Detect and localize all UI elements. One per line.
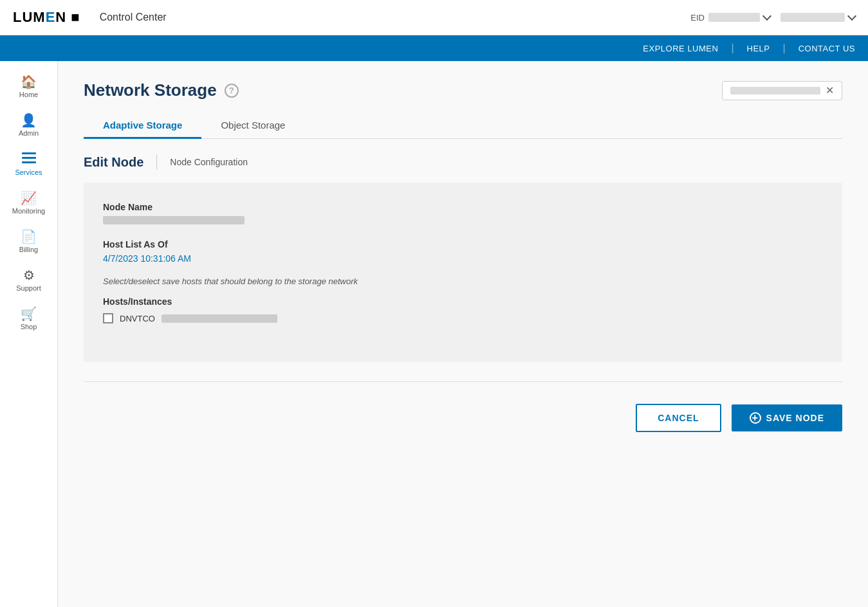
header-right: EID [690, 13, 855, 23]
app-title: Control Center [100, 12, 167, 23]
blue-nav: EXPLORE LUMEN | HELP | CONTACT US [0, 35, 868, 61]
sidebar: 🏠 Home 👤 Admin Services 📈 Monitoring 📄 B… [0, 61, 58, 607]
node-name-blurred [103, 216, 245, 224]
host-list-label: Host List As Of [103, 239, 823, 249]
sidebar-label-billing: Billing [19, 246, 38, 253]
node-name-value [103, 216, 823, 226]
sidebar-item-shop[interactable]: 🛒 Shop [0, 300, 57, 338]
nav-separator: | [731, 42, 734, 54]
account-section [780, 13, 855, 22]
monitoring-icon: 📈 [21, 192, 37, 204]
sidebar-item-services[interactable]: Services [0, 145, 57, 184]
billing-icon: 📄 [21, 230, 37, 243]
page-header: Network Storage ? ✕ [84, 80, 842, 100]
main-layout: 🏠 Home 👤 Admin Services 📈 Monitoring 📄 B… [0, 61, 868, 607]
host-list-group: Host List As Of 4/7/2023 10:31:06 AM [103, 239, 823, 264]
svg-rect-1 [22, 157, 36, 159]
eid-section: EID [690, 13, 770, 23]
admin-icon: 👤 [21, 114, 37, 127]
plus-icon: + [750, 412, 761, 424]
explore-lumen-link[interactable]: EXPLORE LUMEN [643, 44, 718, 53]
section-separator [156, 154, 157, 170]
node-name-group: Node Name [103, 202, 823, 226]
sidebar-label-support: Support [16, 284, 41, 292]
help-link[interactable]: HELP [747, 44, 770, 53]
save-node-label: SAVE NODE [766, 413, 824, 423]
sidebar-item-billing[interactable]: 📄 Billing [0, 222, 57, 261]
host-name-blurred [162, 314, 277, 323]
page-title-row: Network Storage ? [84, 80, 239, 100]
action-buttons: CANCEL + SAVE NODE [84, 397, 842, 432]
help-icon-label: ? [229, 86, 234, 95]
hosts-instances-label: Hosts/Instances [103, 296, 823, 307]
eid-label: EID [690, 13, 705, 23]
tab-object-storage[interactable]: Object Storage [201, 113, 304, 139]
logo: LUMEN ■ [13, 9, 80, 26]
node-name-label: Node Name [103, 202, 823, 212]
services-icon [22, 152, 36, 166]
sidebar-item-home[interactable]: 🏠 Home [0, 68, 57, 106]
action-divider [84, 381, 842, 382]
sidebar-label-monitoring: Monitoring [12, 207, 45, 215]
sidebar-label-services: Services [15, 168, 42, 176]
top-header: LUMEN ■ Control Center EID [0, 0, 868, 35]
eid-value [708, 13, 760, 22]
nav-separator-2: | [783, 42, 786, 54]
page-title: Network Storage [84, 80, 217, 100]
host-checkbox[interactable] [103, 313, 113, 323]
sidebar-label-admin: Admin [19, 129, 39, 137]
shop-icon: 🛒 [21, 307, 37, 320]
section-title: Edit Node [84, 155, 143, 170]
content-area: Network Storage ? ✕ Adaptive Storage Obj… [58, 61, 868, 607]
close-icon[interactable]: ✕ [826, 86, 834, 96]
sidebar-label-home: Home [19, 91, 38, 98]
cancel-button[interactable]: CANCEL [636, 404, 721, 432]
support-icon: ⚙ [23, 269, 35, 282]
sidebar-item-monitoring[interactable]: 📈 Monitoring [0, 184, 57, 222]
svg-rect-0 [22, 152, 36, 154]
help-icon[interactable]: ? [225, 84, 239, 98]
svg-rect-2 [22, 161, 36, 163]
account-value [780, 13, 845, 22]
sidebar-item-admin[interactable]: 👤 Admin [0, 106, 57, 145]
search-badge: ✕ [722, 81, 842, 100]
sidebar-label-shop: Shop [21, 323, 37, 331]
eid-chevron-icon[interactable] [762, 12, 771, 21]
host-row: DNVTCO [103, 313, 823, 323]
host-name-prefix: DNVTCO [120, 314, 155, 323]
account-chevron-icon[interactable] [847, 12, 856, 21]
section-header: Edit Node Node Configuration [84, 154, 842, 170]
contact-us-link[interactable]: CONTACT US [799, 44, 855, 53]
host-list-date[interactable]: 4/7/2023 10:31:06 AM [103, 253, 823, 264]
tab-adaptive-storage[interactable]: Adaptive Storage [84, 113, 201, 139]
hosts-instances-group: Hosts/Instances DNVTCO [103, 296, 823, 323]
field-hint: Select/deselect save hosts that should b… [103, 276, 823, 286]
sidebar-item-support[interactable]: ⚙ Support [0, 261, 57, 300]
form-card: Node Name Host List As Of 4/7/2023 10:31… [84, 183, 842, 362]
home-icon: 🏠 [21, 75, 37, 88]
save-node-button[interactable]: + SAVE NODE [732, 404, 842, 431]
search-badge-text [730, 87, 820, 95]
section-subtitle: Node Configuration [170, 157, 248, 167]
tabs: Adaptive Storage Object Storage [84, 113, 842, 139]
